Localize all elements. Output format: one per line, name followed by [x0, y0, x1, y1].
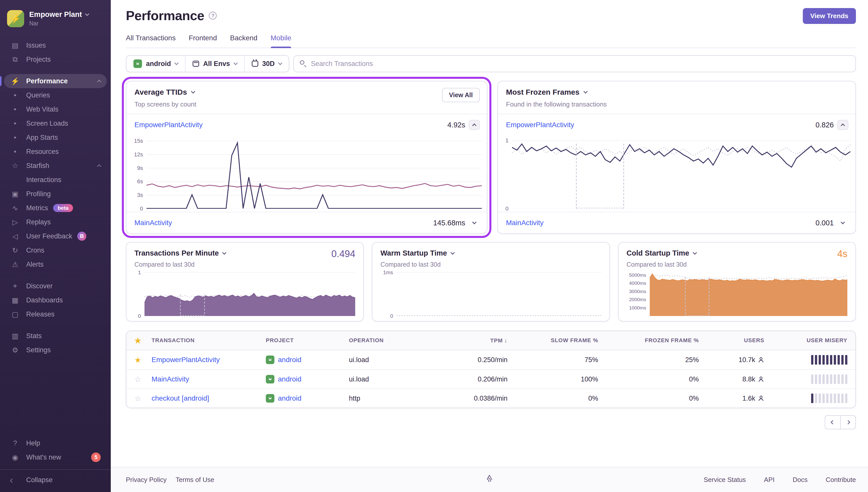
col-user-misery: USER MISERY	[764, 337, 847, 344]
star-toggle[interactable]: ☆	[134, 375, 152, 384]
calendar-icon	[252, 61, 258, 67]
sidebar-item-profiling[interactable]: ▣Profiling	[4, 187, 107, 201]
tab-backend[interactable]: Backend	[230, 34, 258, 48]
project-cell: android	[266, 355, 349, 364]
view-trends-button[interactable]: View Trends	[803, 8, 856, 24]
android-icon	[133, 59, 142, 68]
project-filter[interactable]: android	[126, 56, 185, 72]
whats-new-icon: ◉	[4, 453, 26, 462]
sidebar-item-resources[interactable]: •Resources	[4, 145, 107, 158]
project-link[interactable]: android	[278, 394, 301, 402]
slow-frame-cell: 100%	[508, 375, 598, 383]
star-toggle[interactable]: ☆	[134, 394, 152, 403]
tpm-subtitle: Compared to last 30d	[134, 261, 355, 268]
table-row[interactable]: ★ EmpowerPlantActivity android ui.load 0…	[126, 350, 856, 369]
star-toggle[interactable]: ★	[134, 355, 152, 364]
operation-cell: ui.load	[349, 356, 432, 364]
sidebar-item-what-s-new[interactable]: ◉What's new5	[4, 450, 107, 464]
environment-filter[interactable]: All Envs	[185, 56, 244, 72]
sidebar-item-metrics[interactable]: ∿Metricsbeta	[4, 201, 107, 215]
sidebar-item-performance[interactable]: ⚡Performance	[4, 74, 107, 88]
sidebar-nav: ▤Issues⧉Projects⚡Performance•Queries•Web…	[0, 38, 111, 357]
search-input[interactable]	[293, 55, 856, 72]
table-row[interactable]: ☆ MainActivity android ui.load 0.206/min…	[126, 369, 856, 389]
api-link[interactable]: API	[764, 476, 774, 484]
sidebar-item-replays[interactable]: ▷Replays	[4, 215, 107, 229]
sidebar-item-releases[interactable]: ▢Releases	[4, 307, 107, 321]
project-filter-value: android	[146, 60, 171, 68]
transaction-link[interactable]: EmpowerPlantActivity	[152, 356, 220, 364]
sidebar-item-help[interactable]: ?Help	[4, 436, 107, 450]
tab-all-transactions[interactable]: All Transactions	[126, 34, 176, 48]
expand-chevron-button[interactable]	[837, 218, 848, 228]
tab-frontend[interactable]: Frontend	[189, 34, 217, 48]
transaction-link[interactable]: MainActivity	[506, 219, 543, 227]
sidebar-item-dashboards[interactable]: ▦Dashboards	[4, 293, 107, 307]
user-icon	[758, 376, 764, 383]
badge-B: B	[77, 232, 86, 241]
date-range-value: 30D	[262, 60, 275, 68]
sidebar-item-user-feedback[interactable]: ◁User FeedbackB	[4, 229, 107, 243]
sidebar-item-alerts[interactable]: ⚠Alerts	[4, 257, 107, 271]
users-cell: 10.7k	[699, 356, 764, 364]
most-frozen-frames-title-dropdown[interactable]: Most Frozen Frames	[506, 88, 847, 96]
bullet-icon: •	[4, 148, 26, 155]
sidebar-item-queries[interactable]: •Queries	[4, 88, 107, 102]
sidebar-item-web-vitals[interactable]: •Web Vitals	[4, 102, 107, 116]
sidebar-item-app-starts[interactable]: •App Starts	[4, 130, 107, 145]
average-ttids-title-dropdown[interactable]: Average TTIDs	[134, 88, 479, 96]
transaction-link[interactable]: EmpowerPlantActivity	[134, 121, 203, 129]
sidebar-item-crons[interactable]: ↻Crons	[4, 243, 107, 257]
sidebar-item-label: Alerts	[26, 261, 44, 268]
sidebar-item-issues[interactable]: ▤Issues	[4, 38, 107, 52]
sidebar-collapse-button[interactable]: Collapse	[4, 473, 107, 487]
sidebar-item-settings[interactable]: ⚙Settings	[4, 343, 107, 357]
sidebar-item-discover[interactable]: ⌖Discover	[4, 279, 107, 293]
collapse-chevron-button[interactable]	[469, 120, 480, 130]
frozen-item-row: EmpowerPlantActivity 0.826	[498, 114, 856, 136]
sidebar-item-interactions[interactable]: Interactions	[4, 173, 107, 187]
sidebar-item-label: User Feedback	[26, 232, 72, 240]
search-icon	[300, 60, 304, 65]
ttid-item-row: MainActivity 145.68ms	[126, 212, 487, 233]
sidebar-item-stats[interactable]: ▥Stats	[4, 329, 107, 343]
sidebar-item-screen-loads[interactable]: •Screen Loads	[4, 116, 107, 130]
org-switcher[interactable]: ⚡ Empower Plant Nar	[0, 6, 111, 30]
expand-chevron-button[interactable]	[469, 218, 480, 228]
date-range-filter[interactable]: 30D	[244, 56, 289, 72]
project-link[interactable]: android	[278, 356, 301, 364]
transaction-link[interactable]: MainActivity	[134, 219, 172, 227]
collapse-chevron-button[interactable]	[837, 120, 848, 130]
contribute-link[interactable]: Contribute	[826, 476, 856, 484]
table-row[interactable]: ☆ checkout [android] android http 0.0386…	[126, 389, 856, 408]
transaction-link[interactable]: MainActivity	[152, 375, 189, 383]
projects-icon: ⧉	[4, 55, 26, 64]
bullet-icon: •	[4, 133, 26, 142]
privacy-policy-link[interactable]: Privacy Policy	[126, 476, 167, 484]
project-link[interactable]: android	[278, 375, 301, 383]
view-all-button[interactable]: View All	[442, 88, 480, 102]
user-icon	[758, 356, 764, 363]
previous-page-button[interactable]	[825, 415, 840, 429]
table-body: ★ EmpowerPlantActivity android ui.load 0…	[126, 350, 856, 408]
crons-icon: ↻	[4, 246, 26, 254]
warm-startup-title-dropdown[interactable]: Warm Startup Time	[380, 249, 601, 257]
sidebar-item-starfish[interactable]: ☆Starfish	[4, 158, 107, 173]
transaction-link[interactable]: EmpowerPlantActivity	[506, 121, 574, 129]
service-status-link[interactable]: Service Status	[704, 476, 746, 484]
org-project: Nar	[29, 20, 88, 27]
tab-mobile[interactable]: Mobile	[271, 34, 291, 48]
tpm-title-dropdown[interactable]: Transactions Per Minute	[134, 249, 355, 257]
collapse-label: Collapse	[26, 476, 53, 484]
docs-link[interactable]: Docs	[793, 476, 808, 484]
transaction-link[interactable]: checkout [android]	[152, 394, 209, 402]
help-icon[interactable]: ?	[209, 11, 217, 20]
terms-of-use-link[interactable]: Terms of Use	[176, 476, 214, 484]
sidebar: ⚡ Empower Plant Nar ▤Issues⧉Projects⚡Per…	[0, 0, 111, 492]
next-page-button[interactable]	[840, 415, 856, 429]
cold-startup-title-dropdown[interactable]: Cold Startup Time	[627, 249, 847, 257]
app-root: ⚡ Empower Plant Nar ▤Issues⧉Projects⚡Per…	[0, 0, 868, 492]
android-icon	[266, 394, 274, 402]
sidebar-item-projects[interactable]: ⧉Projects	[4, 52, 107, 67]
col-tpm[interactable]: TPM↓	[432, 337, 508, 344]
